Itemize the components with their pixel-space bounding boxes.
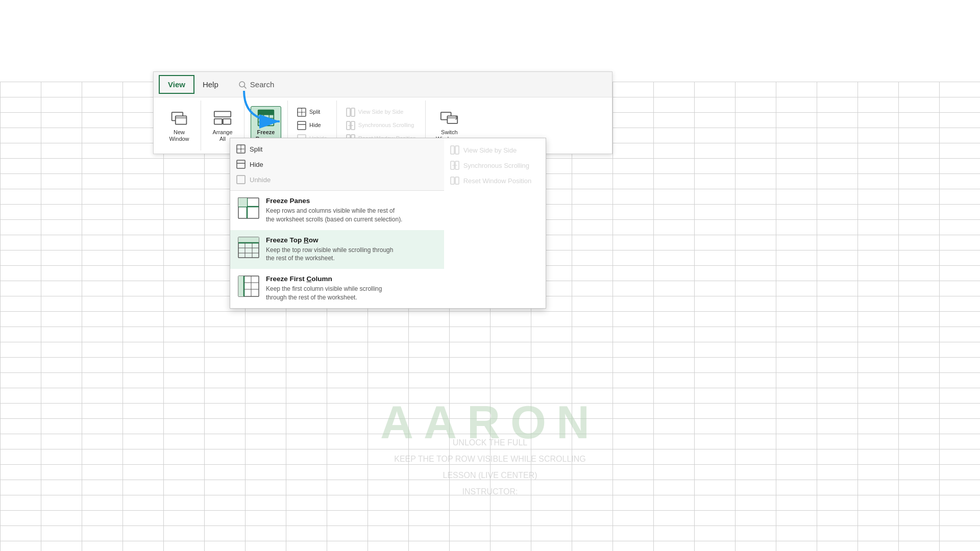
unhide-menu-item[interactable]: Unhide bbox=[230, 172, 444, 187]
view-side-by-side-icon bbox=[346, 108, 355, 117]
ribbon-group-new-window: NewWindow bbox=[158, 101, 201, 151]
view-side-by-side-button[interactable]: View Side by Side bbox=[343, 106, 406, 118]
split-menu-label: Split bbox=[250, 145, 262, 153]
svg-rect-57 bbox=[455, 146, 459, 154]
search-icon bbox=[238, 80, 247, 89]
background-text-lines: UNLOCK THE FULL KEEP THE TOP ROW VISIBLE… bbox=[394, 435, 586, 500]
new-window-label: NewWindow bbox=[169, 129, 189, 142]
hide-icon bbox=[297, 121, 306, 130]
reset-window-position-menu-icon bbox=[450, 176, 459, 185]
freeze-panes-icon bbox=[257, 109, 275, 127]
freeze-first-column-option-title: Freeze First Column bbox=[266, 275, 437, 283]
freeze-first-column-option-text: Freeze First Column Keep the first colum… bbox=[266, 275, 437, 302]
svg-rect-9 bbox=[258, 110, 274, 115]
svg-rect-3 bbox=[176, 116, 187, 124]
svg-rect-44 bbox=[238, 237, 259, 243]
reset-window-position-menu-label: Reset Window Position bbox=[463, 177, 532, 185]
hide-label: Hide bbox=[309, 122, 321, 129]
svg-rect-51 bbox=[238, 276, 244, 296]
freeze-panes-option-desc: Keep rows and columns visible while the … bbox=[266, 207, 437, 224]
synchronous-scrolling-label: Synchronous Scrolling bbox=[358, 122, 414, 129]
freeze-first-column-option[interactable]: Freeze First Column Keep the first colum… bbox=[230, 269, 444, 308]
synchronous-scrolling-menu-item[interactable]: Synchronous Scrolling bbox=[444, 158, 546, 173]
synchronous-scrolling-button[interactable]: Synchronous Scrolling bbox=[343, 119, 417, 132]
freeze-panes-option-title: Freeze Panes bbox=[266, 197, 437, 205]
ribbon-tab-bar: View Help Search bbox=[154, 72, 612, 97]
freeze-top-row-option-desc: Keep the top row visible while scrolling… bbox=[266, 246, 437, 263]
freeze-first-column-option-icon bbox=[237, 275, 260, 297]
view-side-by-side-menu-icon bbox=[450, 145, 459, 155]
tab-view[interactable]: View bbox=[159, 75, 194, 94]
hide-menu-icon bbox=[236, 160, 246, 169]
freeze-top-row-option-icon bbox=[237, 236, 260, 259]
synchronous-scrolling-icon bbox=[346, 121, 355, 130]
dropdown-panel: Split Hide Unhide bbox=[230, 138, 546, 309]
switch-windows-icon bbox=[440, 109, 458, 127]
svg-point-0 bbox=[239, 82, 245, 87]
hide-button[interactable]: Hide bbox=[294, 119, 324, 132]
freeze-options: Freeze Panes Keep rows and columns visib… bbox=[230, 191, 444, 308]
svg-rect-56 bbox=[451, 146, 454, 154]
reset-window-position-menu-item[interactable]: Reset Window Position bbox=[444, 173, 546, 188]
svg-rect-22 bbox=[351, 108, 355, 116]
freeze-panes-option[interactable]: Freeze Panes Keep rows and columns visib… bbox=[230, 191, 444, 230]
svg-rect-42 bbox=[238, 198, 247, 207]
freeze-panes-option-icon bbox=[237, 197, 260, 219]
svg-rect-6 bbox=[214, 119, 222, 124]
view-side-by-side-label: View Side by Side bbox=[358, 109, 403, 115]
svg-rect-7 bbox=[223, 119, 231, 124]
search-button[interactable]: Search bbox=[231, 77, 282, 92]
arrange-all-icon bbox=[213, 109, 232, 127]
dropdown-main-column: Split Hide Unhide bbox=[230, 138, 444, 308]
svg-rect-35 bbox=[237, 160, 245, 168]
new-window-button[interactable]: NewWindow bbox=[164, 107, 194, 144]
svg-rect-37 bbox=[237, 176, 245, 184]
synchronous-scrolling-menu-icon bbox=[450, 161, 459, 170]
tab-help[interactable]: Help bbox=[194, 76, 227, 93]
view-side-by-side-menu-label: View Side by Side bbox=[463, 146, 517, 154]
freeze-first-column-option-desc: Keep the first column visible while scro… bbox=[266, 285, 437, 302]
freeze-top-row-option-text: Freeze Top Row Keep the top row visible … bbox=[266, 236, 437, 263]
svg-rect-62 bbox=[455, 177, 459, 184]
svg-line-1 bbox=[244, 86, 246, 88]
split-menu-item[interactable]: Split bbox=[230, 141, 444, 157]
hide-menu-label: Hide bbox=[250, 161, 263, 168]
freeze-panes-option-text: Freeze Panes Keep rows and columns visib… bbox=[266, 197, 437, 224]
synchronous-scrolling-menu-label: Synchronous Scrolling bbox=[463, 162, 529, 169]
svg-rect-61 bbox=[451, 177, 454, 184]
split-label: Split bbox=[309, 109, 320, 115]
svg-rect-18 bbox=[298, 121, 306, 130]
svg-rect-21 bbox=[347, 108, 350, 116]
view-side-by-side-menu-item[interactable]: View Side by Side bbox=[444, 142, 546, 158]
hide-menu-item[interactable]: Hide bbox=[230, 157, 444, 172]
svg-rect-5 bbox=[214, 111, 231, 117]
unhide-menu-label: Unhide bbox=[250, 176, 271, 184]
new-window-icon bbox=[170, 109, 188, 127]
freeze-top-row-option[interactable]: Freeze Top Row Keep the top row visible … bbox=[230, 230, 444, 269]
freeze-top-row-option-title: Freeze Top Row bbox=[266, 236, 437, 244]
dropdown-right-column: View Side by Side Synchronous Scrolling … bbox=[444, 138, 546, 308]
split-menu-icon bbox=[236, 144, 246, 154]
split-button[interactable]: Split bbox=[294, 106, 323, 118]
dropdown-top-items: Split Hide Unhide bbox=[230, 138, 444, 191]
search-label: Search bbox=[250, 80, 275, 89]
unhide-menu-icon bbox=[236, 175, 246, 184]
split-icon bbox=[297, 108, 306, 117]
